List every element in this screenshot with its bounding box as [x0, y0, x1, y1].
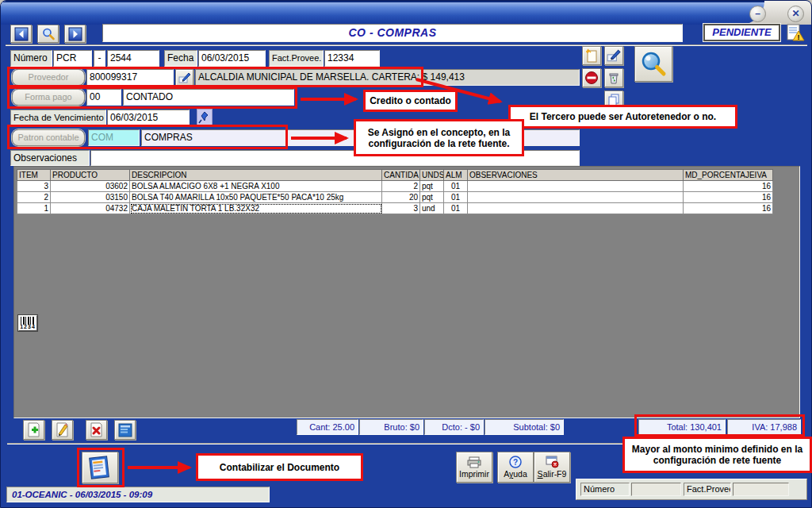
divider — [6, 44, 807, 46]
cell-iva[interactable]: 16 — [684, 203, 773, 214]
view-detail-button[interactable] — [114, 420, 136, 440]
new-document-button[interactable] — [582, 46, 601, 65]
numero-field[interactable]: 2544 — [107, 50, 159, 67]
recycle-bin-icon — [607, 71, 621, 85]
forma-pago-name-field[interactable]: CONTADO — [123, 89, 294, 106]
magnifier-icon — [639, 50, 668, 79]
cell-observaciones[interactable] — [468, 192, 684, 203]
proveedor-code-field[interactable]: 800099317 — [86, 69, 174, 86]
cell-cantidad[interactable]: 2 — [382, 181, 420, 192]
cell-item[interactable]: 2 — [17, 192, 51, 203]
minimize-button[interactable]: – — [749, 6, 766, 22]
barcode-number: 1234 — [19, 324, 36, 330]
proveedor-button[interactable]: Proveedor — [12, 69, 85, 86]
cell-alm[interactable]: 01 — [444, 192, 468, 203]
delete-document-button[interactable] — [604, 68, 623, 87]
no-entry-icon — [584, 71, 599, 85]
proveedor-name-field: ALCALDIA MUNICIPAL DE MARSELLA. CARTERA:… — [195, 69, 580, 86]
close-icon: ✕ — [791, 8, 799, 19]
edit-proveedor-button[interactable] — [175, 69, 193, 86]
cell-unds[interactable]: pqt — [420, 192, 444, 203]
cell-iva[interactable]: 16 — [684, 192, 773, 203]
delete-row-button[interactable] — [86, 420, 107, 440]
cell-producto[interactable]: 03150 — [51, 192, 130, 203]
footer-fact-field[interactable] — [733, 483, 789, 496]
barcode-button[interactable]: 1234 — [18, 315, 37, 331]
printer-icon — [466, 456, 482, 468]
cell-observaciones[interactable] — [468, 203, 684, 214]
edit-row-button[interactable] — [52, 420, 73, 440]
column-header-iva: MD_PORCENTAJEIVA — [684, 170, 773, 181]
pen-icon — [178, 71, 191, 84]
cell-item[interactable]: 1 — [17, 203, 51, 214]
patron-contable-button[interactable]: Patron contable — [12, 129, 85, 146]
fact-provee-field[interactable]: 12334 — [324, 50, 380, 67]
cell-observaciones[interactable] — [468, 181, 684, 192]
annotation-se-asigno: Se Asignó en el concepto, en la configur… — [354, 119, 524, 156]
table-row[interactable]: 104732CAJA MALETIN TORTA 1 LB.32X323und0… — [17, 203, 773, 214]
cell-alm[interactable]: 01 — [444, 181, 468, 192]
title-bar: – ✕ — [1, 1, 811, 25]
new-document-icon — [584, 48, 599, 64]
minimize-icon: – — [755, 8, 760, 19]
next-record-button[interactable] — [64, 25, 86, 43]
cell-unds[interactable]: und — [420, 203, 444, 214]
contabilizar-button[interactable] — [82, 452, 118, 483]
cell-unds[interactable]: pqt — [420, 181, 444, 192]
status-badge: PENDIENTE — [703, 24, 780, 41]
total-bruto: Bruto: $0 — [359, 419, 423, 435]
pencil-icon — [54, 421, 71, 438]
salir-button[interactable]: Salir-F9 — [534, 452, 570, 483]
cell-descripcion[interactable]: BOLSA ALMACIGO 6X8 +1 NEGRA X100 — [130, 181, 382, 192]
cell-descripcion[interactable]: CAJA MALETIN TORTA 1 LB.32X32 — [130, 203, 382, 214]
search-icon — [41, 27, 56, 41]
fecha-vencimiento-label: Fecha de Vencimiento — [10, 110, 106, 125]
grid-body: 303602BOLSA ALMACIGO 6X8 +1 NEGRA X1002p… — [17, 181, 773, 214]
arrow-left-icon — [14, 27, 29, 41]
patron-contable-code-field[interactable]: COM — [88, 129, 140, 146]
add-row-icon — [25, 421, 42, 438]
fecha-vencimiento-field[interactable]: 06/03/2015 — [107, 110, 190, 125]
column-header-item: ITEM — [17, 170, 51, 181]
title-bar-gradient — [1, 1, 764, 25]
edit-document-button[interactable] — [604, 46, 623, 65]
column-header-descripcion: DESCRIPCION — [130, 170, 382, 181]
form-list-icon — [117, 422, 133, 438]
ayuda-button[interactable]: ? Ayuda — [497, 452, 534, 483]
observaciones-label: Observaciones — [10, 150, 90, 166]
cell-descripcion[interactable]: BOLSA T40 AMARILLA 10x50 PAQUETE*50 PACA… — [130, 192, 382, 203]
fact-provee-label: Fact.Provee. — [269, 50, 324, 67]
add-row-button[interactable] — [23, 420, 44, 440]
table-row[interactable]: 303602BOLSA ALMACIGO 6X8 +1 NEGRA X1002p… — [17, 181, 773, 192]
cancel-document-button[interactable] — [582, 68, 601, 87]
forma-pago-button[interactable]: Forma pago — [12, 89, 85, 106]
app-window: – ✕ CO - COMPRAS PENDIENTE ! Número PCR … — [0, 0, 812, 508]
cell-producto[interactable]: 03602 — [51, 181, 130, 192]
numero-label: Número — [10, 50, 52, 67]
footer-numero-field[interactable] — [631, 483, 681, 496]
cell-iva[interactable]: 16 — [684, 181, 773, 192]
forma-pago-code-field[interactable]: 00 — [86, 89, 121, 106]
annotation-mayor: Mayor al monto minimo definido en la con… — [622, 437, 812, 473]
column-header-observaciones: OBSERVACIONES — [468, 170, 684, 181]
cell-cantidad[interactable]: 20 — [382, 192, 420, 203]
search-document-button[interactable] — [634, 46, 672, 82]
table-row[interactable]: 203150BOLSA T40 AMARILLA 10x50 PAQUETE*5… — [17, 192, 773, 203]
help-icon: ? — [509, 456, 522, 468]
cell-cantidad[interactable]: 3 — [382, 203, 420, 214]
fecha-field[interactable]: 06/03/2015 — [198, 50, 266, 67]
close-button[interactable]: ✕ — [787, 6, 804, 22]
cell-item[interactable]: 3 — [17, 181, 51, 192]
document-status-button[interactable]: ! — [785, 23, 807, 43]
prev-record-button[interactable] — [10, 25, 32, 43]
annotation-credito: Credito o contado — [363, 90, 458, 112]
pen-icon — [607, 48, 621, 63]
numero-prefix-field[interactable]: PCR — [53, 50, 92, 67]
pin-button[interactable] — [197, 109, 213, 125]
cell-producto[interactable]: 04732 — [51, 203, 130, 214]
status-bar: 01-OCEANIC - 06/03/2015 - 09:09 — [6, 487, 270, 502]
footer-numero-label: Número — [580, 483, 630, 496]
search-record-button[interactable] — [37, 25, 59, 43]
imprimir-button[interactable]: Imprimir — [456, 452, 492, 483]
cell-alm[interactable]: 01 — [444, 203, 468, 214]
